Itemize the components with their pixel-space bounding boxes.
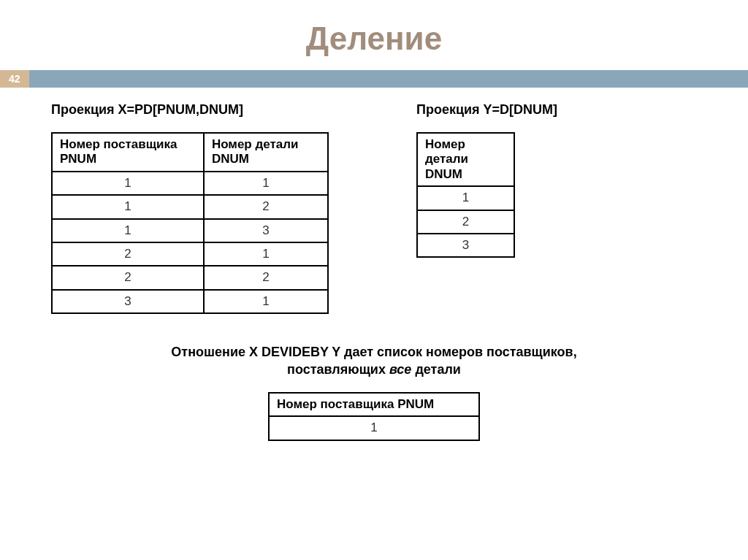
col-header: Номер поставщика PNUM: [52, 133, 204, 172]
table-row: 13: [52, 219, 328, 242]
caption-line2-italic: все: [389, 362, 411, 377]
table-row: 22: [52, 266, 328, 289]
caption-line2-prefix: поставляющих: [287, 362, 389, 377]
table-row: Номер поставщика PNUM Номер детали DNUM: [52, 133, 328, 172]
table-row: 1: [269, 416, 479, 440]
table-y: Номер детали DNUM 1 2 3: [416, 132, 515, 258]
accent-bar: 42: [0, 70, 748, 88]
result-caption: Отношение X DEVIDEBY Y дает список номер…: [51, 343, 697, 379]
table-row: Номер поставщика PNUM: [269, 393, 479, 416]
slide-title: Деление: [0, 0, 748, 70]
caption-line2-suffix: детали: [411, 362, 461, 377]
col-header: Номер детали DNUM: [417, 133, 514, 186]
page-number: 42: [0, 70, 29, 88]
projection-y-title: Проекция Y=D[DNUM]: [416, 102, 557, 118]
table-x: Номер поставщика PNUM Номер детали DNUM …: [51, 132, 329, 314]
table-row: 11: [52, 172, 328, 195]
table-row: Номер детали DNUM: [417, 133, 514, 186]
table-row: 12: [52, 195, 328, 218]
col-header: Номер поставщика PNUM: [269, 393, 479, 416]
projection-x-title: Проекция X=PD[PNUM,DNUM]: [51, 102, 329, 118]
table-row: 21: [52, 242, 328, 266]
caption-line1: Отношение X DEVIDEBY Y дает список номер…: [171, 345, 576, 359]
table-row: 31: [52, 290, 328, 313]
table-result: Номер поставщика PNUM 1: [268, 392, 480, 441]
content-area: Проекция X=PD[PNUM,DNUM] Номер поставщик…: [0, 88, 748, 441]
table-row: 1: [417, 186, 514, 210]
table-row: 2: [417, 210, 514, 234]
col-header: Номер детали DNUM: [204, 133, 328, 172]
table-row: 3: [417, 234, 514, 257]
